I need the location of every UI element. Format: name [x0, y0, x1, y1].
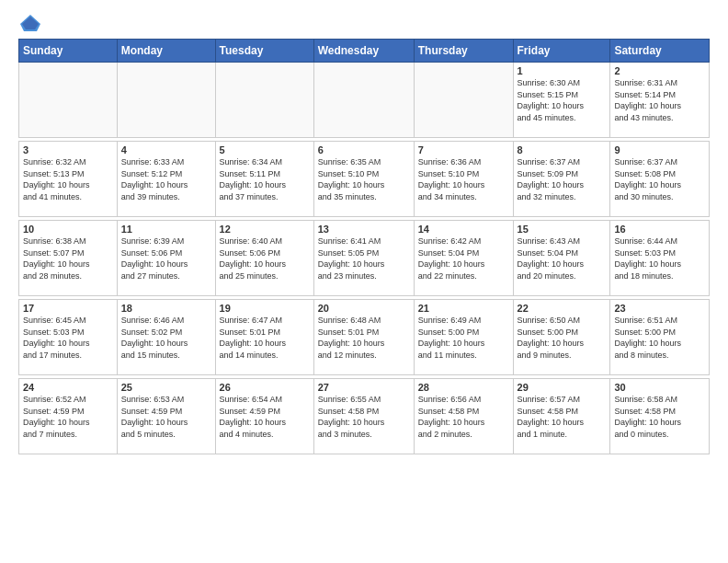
day-info: Sunrise: 6:35 AM Sunset: 5:10 PM Dayligh…	[318, 156, 410, 202]
day-cell: 12Sunrise: 6:40 AM Sunset: 5:06 PM Dayli…	[215, 221, 313, 296]
day-cell: 29Sunrise: 6:57 AM Sunset: 4:58 PM Dayli…	[513, 379, 610, 454]
header	[18, 15, 710, 31]
day-info: Sunrise: 6:56 AM Sunset: 4:58 PM Dayligh…	[418, 394, 509, 440]
day-info: Sunrise: 6:55 AM Sunset: 4:58 PM Dayligh…	[318, 394, 410, 440]
day-number: 9	[614, 144, 705, 155]
day-number: 14	[418, 224, 509, 235]
header-row: Sunday Monday Tuesday Wednesday Thursday…	[19, 40, 710, 63]
day-info: Sunrise: 6:47 AM Sunset: 5:01 PM Dayligh…	[220, 315, 310, 361]
day-number: 3	[23, 144, 113, 155]
day-number: 12	[220, 224, 310, 235]
day-number: 26	[220, 382, 310, 393]
day-cell: 21Sunrise: 6:49 AM Sunset: 5:00 PM Dayli…	[414, 300, 513, 375]
day-info: Sunrise: 6:40 AM Sunset: 5:06 PM Dayligh…	[220, 236, 310, 282]
day-cell: 30Sunrise: 6:58 AM Sunset: 4:58 PM Dayli…	[610, 379, 710, 454]
day-info: Sunrise: 6:52 AM Sunset: 4:59 PM Dayligh…	[23, 394, 113, 440]
day-cell: 14Sunrise: 6:42 AM Sunset: 5:04 PM Dayli…	[414, 221, 513, 296]
day-number: 23	[614, 303, 705, 314]
day-number: 30	[614, 382, 705, 393]
day-info: Sunrise: 6:38 AM Sunset: 5:07 PM Dayligh…	[23, 236, 113, 282]
day-cell: 3Sunrise: 6:32 AM Sunset: 5:13 PM Daylig…	[19, 142, 118, 217]
day-info: Sunrise: 6:57 AM Sunset: 4:58 PM Dayligh…	[518, 394, 607, 440]
day-cell: 28Sunrise: 6:56 AM Sunset: 4:58 PM Dayli…	[414, 379, 513, 454]
day-info: Sunrise: 6:41 AM Sunset: 5:05 PM Dayligh…	[318, 236, 410, 282]
col-friday: Friday	[513, 40, 610, 63]
day-cell: 13Sunrise: 6:41 AM Sunset: 5:05 PM Dayli…	[313, 221, 414, 296]
day-cell: 25Sunrise: 6:53 AM Sunset: 4:59 PM Dayli…	[117, 379, 215, 454]
col-wednesday: Wednesday	[313, 40, 414, 63]
day-number: 28	[418, 382, 509, 393]
day-number: 5	[220, 144, 310, 155]
day-number: 11	[121, 224, 211, 235]
day-cell: 9Sunrise: 6:37 AM Sunset: 5:08 PM Daylig…	[610, 142, 710, 217]
week-row-1: 3Sunrise: 6:32 AM Sunset: 5:13 PM Daylig…	[19, 142, 710, 217]
day-info: Sunrise: 6:48 AM Sunset: 5:01 PM Dayligh…	[318, 315, 410, 361]
calendar: Sunday Monday Tuesday Wednesday Thursday…	[18, 39, 710, 454]
day-info: Sunrise: 6:39 AM Sunset: 5:06 PM Dayligh…	[121, 236, 211, 282]
day-number: 17	[23, 303, 113, 314]
day-cell: 20Sunrise: 6:48 AM Sunset: 5:01 PM Dayli…	[313, 300, 414, 375]
day-number: 4	[121, 144, 211, 155]
day-info: Sunrise: 6:31 AM Sunset: 5:14 PM Dayligh…	[614, 77, 705, 123]
day-number: 16	[614, 224, 705, 235]
day-info: Sunrise: 6:30 AM Sunset: 5:15 PM Dayligh…	[518, 77, 607, 123]
col-saturday: Saturday	[610, 40, 710, 63]
day-number: 13	[318, 224, 410, 235]
week-row-3: 17Sunrise: 6:45 AM Sunset: 5:03 PM Dayli…	[19, 300, 710, 375]
day-info: Sunrise: 6:37 AM Sunset: 5:08 PM Dayligh…	[614, 156, 705, 202]
logo-icon	[20, 15, 40, 31]
day-cell: 7Sunrise: 6:36 AM Sunset: 5:10 PM Daylig…	[414, 142, 513, 217]
col-tuesday: Tuesday	[215, 40, 313, 63]
day-number: 29	[518, 382, 607, 393]
day-cell: 8Sunrise: 6:37 AM Sunset: 5:09 PM Daylig…	[513, 142, 610, 217]
day-cell: 6Sunrise: 6:35 AM Sunset: 5:10 PM Daylig…	[313, 142, 414, 217]
day-number: 24	[23, 382, 113, 393]
svg-marker-1	[22, 17, 39, 29]
day-cell: 1Sunrise: 6:30 AM Sunset: 5:15 PM Daylig…	[513, 63, 610, 138]
day-info: Sunrise: 6:33 AM Sunset: 5:12 PM Dayligh…	[121, 156, 211, 202]
col-sunday: Sunday	[19, 40, 118, 63]
day-cell: 4Sunrise: 6:33 AM Sunset: 5:12 PM Daylig…	[117, 142, 215, 217]
day-info: Sunrise: 6:37 AM Sunset: 5:09 PM Dayligh…	[518, 156, 607, 202]
day-number: 8	[518, 144, 607, 155]
day-number: 10	[23, 224, 113, 235]
day-cell: 19Sunrise: 6:47 AM Sunset: 5:01 PM Dayli…	[215, 300, 313, 375]
day-info: Sunrise: 6:46 AM Sunset: 5:02 PM Dayligh…	[121, 315, 211, 361]
day-info: Sunrise: 6:54 AM Sunset: 4:59 PM Dayligh…	[220, 394, 310, 440]
day-number: 6	[318, 144, 410, 155]
day-cell: 26Sunrise: 6:54 AM Sunset: 4:59 PM Dayli…	[215, 379, 313, 454]
day-number: 21	[418, 303, 509, 314]
day-info: Sunrise: 6:58 AM Sunset: 4:58 PM Dayligh…	[614, 394, 705, 440]
day-info: Sunrise: 6:51 AM Sunset: 5:00 PM Dayligh…	[614, 315, 705, 361]
day-number: 20	[318, 303, 410, 314]
week-row-2: 10Sunrise: 6:38 AM Sunset: 5:07 PM Dayli…	[19, 221, 710, 296]
day-number: 1	[518, 65, 607, 76]
week-row-0: 1Sunrise: 6:30 AM Sunset: 5:15 PM Daylig…	[19, 63, 710, 138]
page: Sunday Monday Tuesday Wednesday Thursday…	[0, 0, 728, 563]
day-number: 25	[121, 382, 211, 393]
day-cell	[313, 63, 414, 138]
day-number: 15	[518, 224, 607, 235]
day-cell: 17Sunrise: 6:45 AM Sunset: 5:03 PM Dayli…	[19, 300, 118, 375]
day-cell: 16Sunrise: 6:44 AM Sunset: 5:03 PM Dayli…	[610, 221, 710, 296]
day-info: Sunrise: 6:43 AM Sunset: 5:04 PM Dayligh…	[518, 236, 607, 282]
day-cell	[215, 63, 313, 138]
day-info: Sunrise: 6:45 AM Sunset: 5:03 PM Dayligh…	[23, 315, 113, 361]
day-number: 27	[318, 382, 410, 393]
day-cell: 24Sunrise: 6:52 AM Sunset: 4:59 PM Dayli…	[19, 379, 118, 454]
day-info: Sunrise: 6:44 AM Sunset: 5:03 PM Dayligh…	[614, 236, 705, 282]
day-number: 19	[220, 303, 310, 314]
day-info: Sunrise: 6:50 AM Sunset: 5:00 PM Dayligh…	[518, 315, 607, 361]
day-number: 2	[614, 65, 705, 76]
day-info: Sunrise: 6:53 AM Sunset: 4:59 PM Dayligh…	[121, 394, 211, 440]
day-cell: 5Sunrise: 6:34 AM Sunset: 5:11 PM Daylig…	[215, 142, 313, 217]
week-row-4: 24Sunrise: 6:52 AM Sunset: 4:59 PM Dayli…	[19, 379, 710, 454]
day-cell: 22Sunrise: 6:50 AM Sunset: 5:00 PM Dayli…	[513, 300, 610, 375]
day-info: Sunrise: 6:32 AM Sunset: 5:13 PM Dayligh…	[23, 156, 113, 202]
day-cell: 10Sunrise: 6:38 AM Sunset: 5:07 PM Dayli…	[19, 221, 118, 296]
day-cell	[414, 63, 513, 138]
day-cell: 27Sunrise: 6:55 AM Sunset: 4:58 PM Dayli…	[313, 379, 414, 454]
day-cell: 18Sunrise: 6:46 AM Sunset: 5:02 PM Dayli…	[117, 300, 215, 375]
day-cell: 11Sunrise: 6:39 AM Sunset: 5:06 PM Dayli…	[117, 221, 215, 296]
col-monday: Monday	[117, 40, 215, 63]
